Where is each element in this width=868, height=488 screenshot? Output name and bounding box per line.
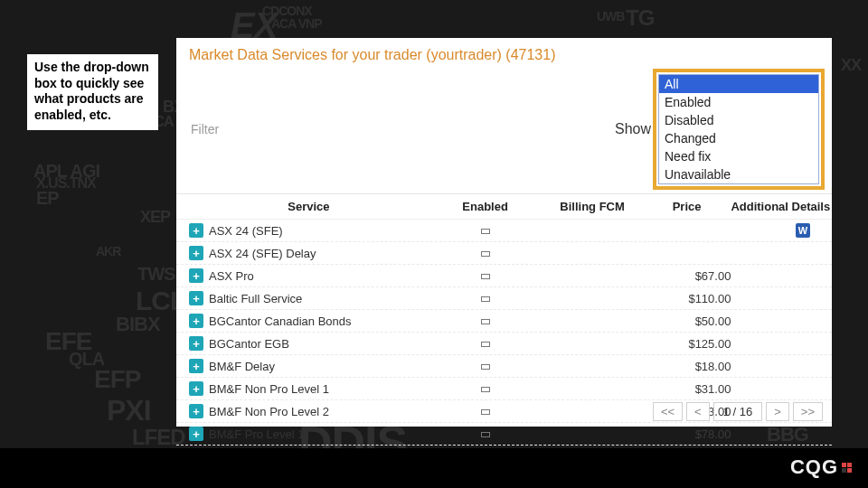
expand-icon[interactable]: + bbox=[189, 336, 203, 351]
pager-next[interactable]: > bbox=[766, 402, 789, 421]
details-badge-icon[interactable]: W bbox=[796, 223, 810, 238]
logo-text: CQG bbox=[790, 455, 838, 479]
table-row: +BM&F Pro Level 1$78.00 bbox=[176, 423, 832, 446]
expand-icon[interactable]: + bbox=[189, 404, 203, 418]
table-row: +Baltic Full Service$110.00 bbox=[176, 287, 832, 310]
table-row: +BM&F Non Pro Level 1$31.00 bbox=[176, 378, 832, 400]
enabled-indicator[interactable] bbox=[481, 319, 490, 324]
service-name: ASX 24 (SFE) bbox=[209, 224, 283, 238]
bg-word: XX bbox=[841, 56, 861, 75]
dropdown-option[interactable]: All bbox=[659, 75, 818, 93]
price-cell: $78.00 bbox=[643, 427, 731, 441]
bg-word: XEP bbox=[140, 208, 170, 227]
bg-word: TWS bbox=[137, 264, 175, 285]
show-dropdown[interactable]: AllEnabledDisabledChangedNeed fixUnavail… bbox=[658, 74, 819, 184]
filter-input[interactable] bbox=[189, 118, 554, 141]
enabled-indicator[interactable] bbox=[481, 364, 490, 370]
price-cell: $31.00 bbox=[643, 382, 731, 396]
bg-word: BIBX bbox=[116, 313, 160, 336]
bg-word: TG bbox=[626, 5, 654, 31]
service-name: BM&F Non Pro Level 2 bbox=[209, 405, 329, 418]
pager-last[interactable]: >> bbox=[793, 402, 823, 421]
enabled-indicator[interactable] bbox=[481, 432, 490, 437]
footer-bar: CQG bbox=[0, 448, 868, 488]
bg-word: AKR bbox=[96, 244, 120, 258]
dropdown-option[interactable]: Unavailable bbox=[659, 165, 818, 183]
col-price: Price bbox=[643, 200, 731, 213]
enabled-indicator[interactable] bbox=[481, 387, 490, 392]
col-service: Service bbox=[189, 200, 429, 213]
bg-word: EP bbox=[36, 188, 59, 209]
table-row: +BGCantor Canadian Bonds$50.00 bbox=[176, 310, 832, 333]
service-name: ASX Pro bbox=[209, 269, 254, 283]
bg-word: EFP bbox=[94, 365, 140, 394]
price-cell: $125.00 bbox=[643, 337, 731, 351]
bg-word: ACA VNP bbox=[271, 16, 322, 31]
table-row: +ASX 24 (SFE) Delay bbox=[176, 242, 832, 265]
filter-wrap bbox=[189, 118, 554, 141]
enabled-indicator[interactable] bbox=[481, 251, 490, 257]
service-name: BGCantor Canadian Bonds bbox=[209, 314, 352, 328]
bg-word: UWB bbox=[597, 9, 624, 23]
col-enabled: Enabled bbox=[429, 200, 542, 213]
pager-current: 1 / 16 bbox=[713, 402, 763, 421]
expand-icon[interactable]: + bbox=[189, 223, 203, 238]
service-name: Baltic Full Service bbox=[209, 292, 302, 305]
table-row: +BM&F Delay$18.00 bbox=[176, 355, 832, 378]
panel-toolbar: Show AllEnabledDisabledChangedNeed fixUn… bbox=[176, 70, 832, 194]
expand-icon[interactable]: + bbox=[189, 427, 203, 441]
expand-icon[interactable]: + bbox=[189, 291, 203, 305]
dropdown-option[interactable]: Disabled bbox=[659, 111, 818, 129]
col-additional: Additional Details bbox=[731, 200, 830, 213]
price-cell: $50.00 bbox=[643, 314, 731, 328]
table-row: +ASX 24 (SFE)W bbox=[176, 220, 832, 242]
bg-word: PXI bbox=[107, 394, 151, 427]
market-data-panel: Market Data Services for your trader (yo… bbox=[176, 38, 832, 427]
expand-icon[interactable]: + bbox=[189, 381, 203, 396]
cqg-logo: CQG bbox=[790, 455, 852, 479]
expand-icon[interactable]: + bbox=[189, 359, 203, 373]
enabled-indicator[interactable] bbox=[481, 274, 490, 279]
dropdown-option[interactable]: Enabled bbox=[659, 93, 818, 111]
enabled-indicator[interactable] bbox=[481, 229, 490, 234]
col-billing-fcm: Billing FCM bbox=[542, 200, 643, 213]
show-dropdown-wrap: AllEnabledDisabledChangedNeed fixUnavail… bbox=[658, 74, 819, 184]
service-name: BGCantor EGB bbox=[209, 337, 289, 351]
service-name: BM&F Non Pro Level 1 bbox=[209, 382, 329, 396]
pager: << < 1 / 16 > >> bbox=[653, 402, 823, 421]
enabled-indicator[interactable] bbox=[481, 296, 490, 302]
table-row: +ASX Pro$67.00 bbox=[176, 265, 832, 287]
price-cell: $110.00 bbox=[643, 292, 731, 305]
logo-squares-icon bbox=[842, 463, 852, 473]
show-label: Show bbox=[615, 121, 658, 137]
service-name: ASX 24 (SFE) Delay bbox=[209, 247, 316, 260]
annotation-callout: Use the drop-down box to quickly see wha… bbox=[27, 54, 158, 130]
enabled-indicator[interactable] bbox=[481, 409, 490, 415]
pager-prev[interactable]: < bbox=[686, 402, 710, 421]
table-header-row: Service Enabled Billing FCM Price Additi… bbox=[176, 194, 832, 220]
panel-title: Market Data Services for your trader (yo… bbox=[176, 38, 832, 70]
price-cell: $67.00 bbox=[643, 269, 731, 283]
expand-icon[interactable]: + bbox=[189, 268, 203, 283]
service-name: BM&F Pro Level 1 bbox=[209, 427, 305, 441]
service-name: BM&F Delay bbox=[209, 360, 275, 373]
expand-icon[interactable]: + bbox=[189, 314, 203, 328]
price-cell: $18.00 bbox=[643, 360, 731, 373]
pager-first[interactable]: << bbox=[653, 402, 683, 421]
expand-icon[interactable]: + bbox=[189, 246, 203, 260]
table-row: +BGCantor EGB$125.00 bbox=[176, 333, 832, 355]
dropdown-option[interactable]: Need fix bbox=[659, 147, 818, 165]
dropdown-option[interactable]: Changed bbox=[659, 129, 818, 147]
enabled-indicator[interactable] bbox=[481, 342, 490, 347]
